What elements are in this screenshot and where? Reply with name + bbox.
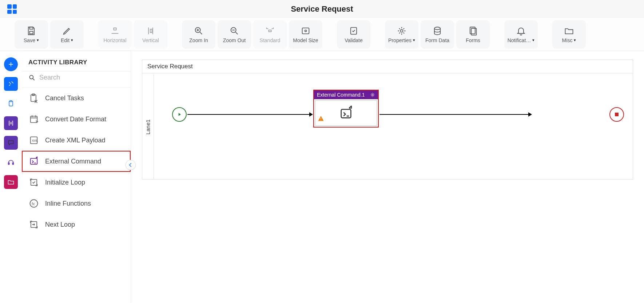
save-button[interactable]: Save▾	[15, 20, 48, 49]
left-rail	[0, 51, 22, 303]
tools-icon	[7, 80, 15, 88]
activity-label: Initialize Loop	[45, 179, 85, 186]
notifications-button[interactable]: Notificat…▾	[504, 20, 538, 49]
svg-point-16	[305, 30, 307, 32]
misc-button[interactable]: Misc▾	[552, 20, 586, 49]
activity-convert-date[interactable]: Convert Date Format	[22, 109, 131, 130]
collapse-sidebar-button[interactable]	[126, 160, 136, 170]
rail-clipboard-button[interactable]	[4, 97, 18, 110]
xml-icon: XML	[28, 135, 39, 146]
process-canvas[interactable]: Service Request Lane1 External Command.1	[142, 60, 633, 179]
activity-next-loop[interactable]: Next Loop	[22, 214, 131, 235]
svg-text:fx: fx	[32, 202, 35, 206]
svg-rect-14	[269, 30, 271, 32]
svg-rect-36	[31, 116, 37, 123]
next-loop-icon	[28, 219, 39, 230]
svg-point-50	[321, 120, 321, 121]
form-data-button[interactable]: Form Data	[421, 20, 454, 49]
page-title: Service Request	[291, 4, 353, 14]
bell-icon	[516, 26, 526, 36]
rail-chat-button[interactable]	[4, 136, 18, 150]
rail-variables-button[interactable]	[4, 116, 18, 130]
vertical-button[interactable]: Vertical	[134, 20, 167, 49]
rail-support-button[interactable]	[4, 155, 18, 169]
standard-button[interactable]: Standard	[253, 20, 287, 49]
standard-icon	[265, 26, 275, 36]
activity-create-xml[interactable]: XML Create XML Payload	[22, 130, 131, 151]
activity-label: External Command	[45, 158, 101, 165]
canvas-title: Service Request	[142, 60, 633, 73]
svg-rect-48	[341, 109, 351, 118]
gear-icon[interactable]	[370, 92, 375, 97]
svg-text:XML: XML	[32, 139, 38, 142]
activity-label: Next Loop	[45, 221, 75, 229]
terminal-icon	[28, 156, 39, 167]
activity-cancel-tasks[interactable]: Cancel Tasks	[22, 88, 131, 109]
database-icon	[432, 26, 442, 36]
rail-add-button[interactable]	[4, 57, 18, 71]
calendar-icon	[28, 114, 39, 125]
svg-line-31	[33, 78, 35, 80]
activity-label: Convert Date Format	[45, 116, 106, 123]
activity-initialize-loop[interactable]: Initialize Loop	[22, 172, 131, 193]
brackets-icon	[7, 120, 15, 127]
activity-external-command[interactable]: External Command	[22, 151, 131, 172]
cancel-tasks-icon	[28, 93, 39, 104]
svg-rect-42	[31, 158, 37, 164]
activity-label: Inline Functions	[45, 200, 91, 207]
svg-rect-25	[10, 101, 12, 102]
zoom-in-icon	[194, 26, 204, 36]
svg-rect-28	[8, 163, 9, 165]
toolbar: Save▾ Edit▾ Horizontal Vertical Zoom In …	[0, 18, 644, 51]
align-horizontal-icon	[110, 26, 120, 36]
rail-files-button[interactable]	[4, 175, 18, 189]
folder-solid-icon	[7, 178, 15, 186]
svg-point-19	[434, 27, 440, 29]
play-icon	[177, 112, 182, 117]
zoom-out-icon	[229, 26, 239, 36]
chat-icon	[7, 139, 15, 146]
sidebar-heading: ACTIVITY LIBRARY	[22, 51, 131, 71]
search-input[interactable]	[39, 74, 124, 81]
svg-rect-2	[114, 28, 116, 30]
apps-icon[interactable]	[7, 4, 17, 14]
validate-button[interactable]: Validate	[337, 20, 370, 49]
end-node[interactable]	[609, 107, 624, 122]
pencil-icon	[62, 26, 72, 36]
svg-rect-1	[29, 31, 33, 34]
function-icon: fx	[28, 198, 39, 209]
svg-rect-29	[12, 163, 13, 165]
connector-2[interactable]	[379, 114, 532, 115]
model-size-button[interactable]: Model Size	[289, 20, 322, 49]
svg-point-47	[372, 94, 373, 96]
svg-rect-0	[29, 27, 33, 29]
lane-label: Lane1	[142, 74, 154, 179]
gear-icon	[397, 26, 407, 36]
activity-label: Cancel Tasks	[45, 94, 84, 102]
forms-button[interactable]: Forms	[456, 20, 490, 49]
svg-rect-5	[150, 29, 152, 32]
svg-line-12	[236, 32, 238, 34]
rail-tools-button[interactable]	[4, 77, 18, 91]
svg-point-18	[401, 29, 403, 32]
align-vertical-icon	[146, 26, 156, 36]
headset-icon	[7, 159, 15, 166]
svg-rect-15	[302, 28, 309, 33]
activity-library-panel: ACTIVITY LIBRARY Cancel Tasks Convert Da…	[22, 51, 131, 303]
init-loop-icon	[28, 177, 39, 188]
connector-1[interactable]	[187, 114, 313, 115]
activity-label: Create XML Payload	[45, 137, 105, 144]
start-node[interactable]	[172, 107, 187, 122]
search-icon	[28, 74, 36, 81]
terminal-icon	[339, 106, 353, 120]
chevron-left-icon	[127, 161, 134, 169]
zoom-in-button[interactable]: Zoom In	[182, 20, 215, 49]
external-command-node[interactable]: External Command.1	[313, 90, 379, 128]
horizontal-button[interactable]: Horizontal	[98, 20, 132, 49]
properties-button[interactable]: Properties▾	[385, 20, 418, 49]
plus-icon	[7, 61, 15, 68]
zoom-out-button[interactable]: Zoom Out	[218, 20, 251, 49]
activity-inline-functions[interactable]: fx Inline Functions	[22, 193, 131, 214]
warning-icon	[318, 115, 324, 123]
edit-button[interactable]: Edit▾	[50, 20, 84, 49]
